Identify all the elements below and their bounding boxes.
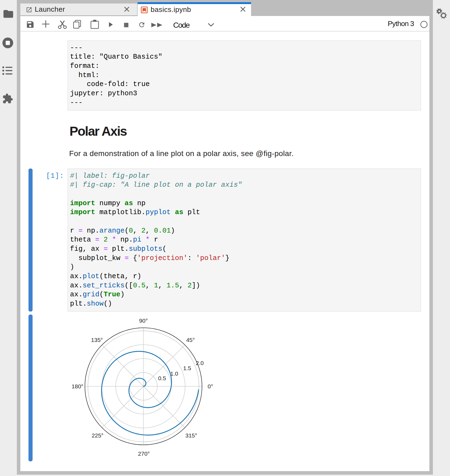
svg-text:270°: 270° xyxy=(138,450,150,457)
svg-text:Code: Code xyxy=(173,21,190,29)
svg-text:225°: 225° xyxy=(92,432,103,439)
svg-text:1.5: 1.5 xyxy=(183,365,191,371)
svg-text:135°: 135° xyxy=(91,337,103,343)
svg-text:45°: 45° xyxy=(186,337,195,343)
svg-text:180°: 180° xyxy=(72,383,83,389)
svg-text:0.5: 0.5 xyxy=(158,375,166,381)
svg-text:2.0: 2.0 xyxy=(196,360,204,366)
svg-text:315°: 315° xyxy=(185,432,197,439)
svg-text:90°: 90° xyxy=(139,318,148,324)
svg-text:0°: 0° xyxy=(208,383,213,389)
svg-text:1.0: 1.0 xyxy=(170,370,178,377)
